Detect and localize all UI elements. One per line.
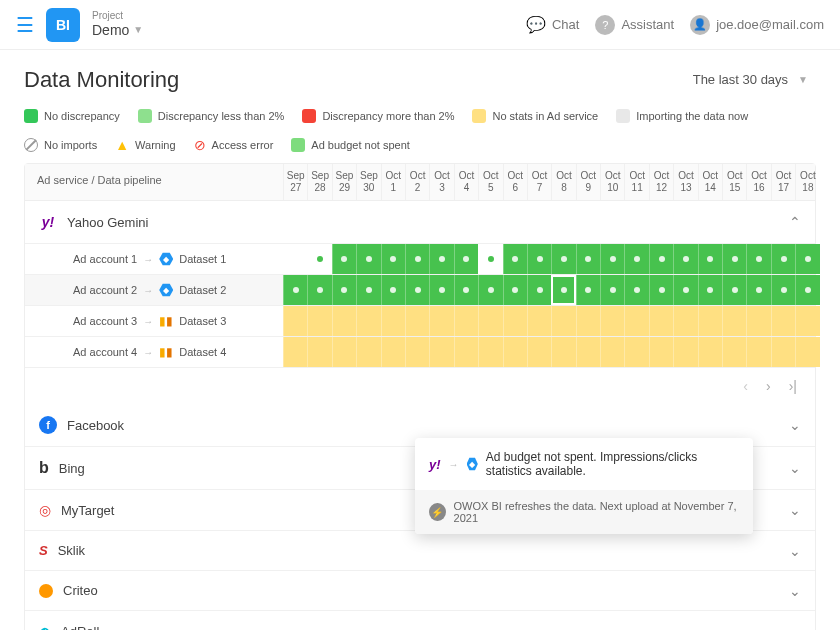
status-cell[interactable] [722, 244, 746, 274]
status-cell[interactable] [698, 275, 722, 305]
user-menu[interactable]: 👤joe.doe@mail.com [690, 15, 824, 35]
status-cell[interactable] [746, 244, 770, 274]
status-cell[interactable] [551, 306, 575, 336]
date-range-selector[interactable]: The last 30 days▼ [685, 66, 816, 93]
status-cell[interactable] [795, 244, 819, 274]
status-cell[interactable] [527, 306, 551, 336]
status-cell[interactable] [478, 337, 502, 367]
status-cell[interactable] [429, 275, 453, 305]
status-cell[interactable] [576, 306, 600, 336]
status-cell[interactable] [551, 275, 575, 305]
status-cell[interactable] [746, 337, 770, 367]
status-cell[interactable] [600, 337, 624, 367]
pager-prev[interactable]: ‹ [737, 376, 754, 396]
project-selector[interactable]: Project Demo ▼ [92, 10, 143, 39]
status-cell[interactable] [332, 244, 356, 274]
status-cell[interactable] [771, 244, 795, 274]
status-cell[interactable] [771, 337, 795, 367]
status-cell[interactable] [624, 306, 648, 336]
status-cell[interactable] [332, 275, 356, 305]
status-cell[interactable] [356, 244, 380, 274]
status-cell[interactable] [649, 244, 673, 274]
pager-next[interactable]: › [760, 376, 777, 396]
status-cell[interactable] [673, 337, 697, 367]
status-cell[interactable] [356, 306, 380, 336]
status-cell[interactable] [771, 306, 795, 336]
status-cell[interactable] [454, 306, 478, 336]
status-cell[interactable] [551, 244, 575, 274]
status-cell[interactable] [527, 337, 551, 367]
status-cell[interactable] [478, 244, 502, 274]
status-cell[interactable] [332, 337, 356, 367]
status-cell[interactable] [454, 244, 478, 274]
status-cell[interactable] [429, 337, 453, 367]
status-cell[interactable] [746, 275, 770, 305]
status-cell[interactable] [478, 275, 502, 305]
status-cell[interactable] [746, 306, 770, 336]
status-cell[interactable] [381, 244, 405, 274]
logo[interactable]: BI [46, 8, 80, 42]
status-cell[interactable] [795, 306, 819, 336]
status-cell[interactable] [624, 244, 648, 274]
status-cell[interactable] [722, 275, 746, 305]
assistant-link[interactable]: ?Assistant [595, 15, 674, 35]
status-cell[interactable] [454, 275, 478, 305]
status-cell[interactable] [405, 337, 429, 367]
status-cell[interactable] [576, 275, 600, 305]
status-cell[interactable] [576, 337, 600, 367]
status-cell[interactable] [478, 306, 502, 336]
status-cell[interactable] [503, 306, 527, 336]
status-cell[interactable] [429, 306, 453, 336]
provider-row-yahoo[interactable]: y!Yahoo Gemini ⌃ [25, 201, 815, 244]
status-cell[interactable] [649, 306, 673, 336]
status-cell[interactable] [673, 275, 697, 305]
status-cell[interactable] [624, 337, 648, 367]
status-cell[interactable] [381, 337, 405, 367]
status-cell[interactable] [405, 244, 429, 274]
status-cell[interactable] [405, 306, 429, 336]
status-cell[interactable] [649, 275, 673, 305]
status-cell[interactable] [600, 275, 624, 305]
status-cell[interactable] [624, 275, 648, 305]
status-cell[interactable] [673, 244, 697, 274]
chat-link[interactable]: 💬Chat [526, 15, 579, 34]
status-cell[interactable] [283, 306, 307, 336]
status-cell[interactable] [405, 275, 429, 305]
status-cell[interactable] [795, 337, 819, 367]
status-cell[interactable] [722, 306, 746, 336]
status-cell[interactable] [429, 244, 453, 274]
status-cell[interactable] [527, 275, 551, 305]
status-cell[interactable] [307, 244, 331, 274]
provider-row-sklik[interactable]: SSklik ⌄ [25, 531, 815, 571]
menu-icon[interactable]: ☰ [16, 13, 34, 37]
status-cell[interactable] [551, 337, 575, 367]
status-cell[interactable] [283, 244, 307, 274]
provider-row-criteo[interactable]: Criteo ⌄ [25, 571, 815, 611]
status-cell[interactable] [332, 306, 356, 336]
status-cell[interactable] [381, 306, 405, 336]
status-cell[interactable] [576, 244, 600, 274]
status-cell[interactable] [356, 337, 380, 367]
status-cell[interactable] [503, 244, 527, 274]
status-cell[interactable] [307, 275, 331, 305]
status-cell[interactable] [600, 244, 624, 274]
status-cell[interactable] [649, 337, 673, 367]
status-cell[interactable] [698, 244, 722, 274]
status-cell[interactable] [283, 275, 307, 305]
status-cell[interactable] [454, 337, 478, 367]
status-cell[interactable] [307, 337, 331, 367]
status-cell[interactable] [527, 244, 551, 274]
status-cell[interactable] [698, 306, 722, 336]
status-cell[interactable] [771, 275, 795, 305]
status-cell[interactable] [673, 306, 697, 336]
status-cell[interactable] [356, 275, 380, 305]
status-cell[interactable] [381, 275, 405, 305]
status-cell[interactable] [722, 337, 746, 367]
status-cell[interactable] [283, 337, 307, 367]
status-cell[interactable] [698, 337, 722, 367]
provider-row-adroll[interactable]: ➲AdRoll ⌄ [25, 611, 815, 630]
status-cell[interactable] [503, 337, 527, 367]
pager-last[interactable]: ›| [783, 376, 803, 396]
status-cell[interactable] [795, 275, 819, 305]
status-cell[interactable] [600, 306, 624, 336]
